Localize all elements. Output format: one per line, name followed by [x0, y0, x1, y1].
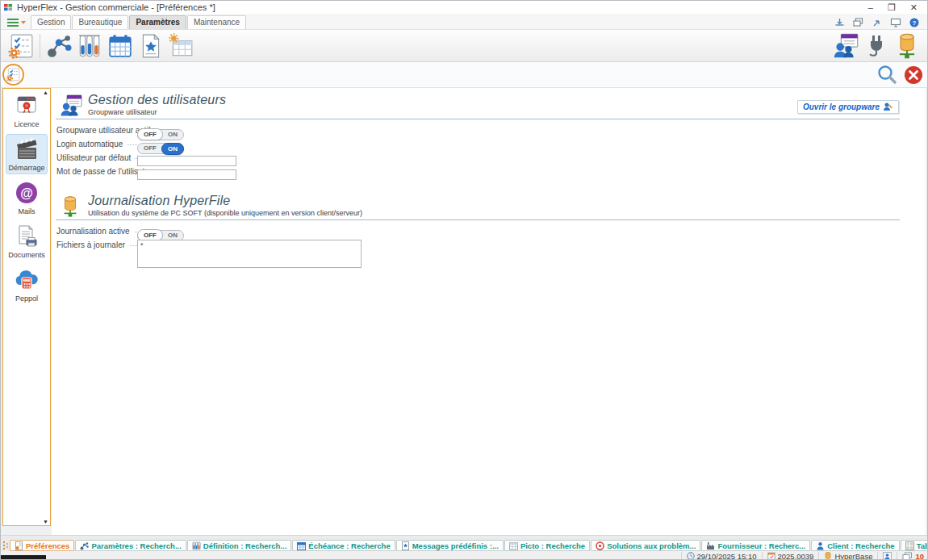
sidebar-item-peppol[interactable]: Peppol: [6, 265, 48, 305]
default-user-input[interactable]: [137, 156, 236, 166]
help-icon[interactable]: ?: [909, 18, 919, 27]
minimize-button[interactable]: –: [868, 2, 873, 13]
hyperfile-database-button[interactable]: [892, 31, 922, 61]
users-fields: Groupware utilisateur actif OFF ON Login…: [56, 124, 926, 179]
picto-table-button[interactable]: [166, 31, 197, 61]
star-doc-mini-icon: [401, 541, 410, 550]
status-bar: 29/10/2025 15:10 2025.0039 HyperBase 10: [1, 551, 927, 560]
person-mini-icon: [816, 541, 825, 550]
taskbar-tab-picto[interactable]: Picto : Recherche: [504, 540, 590, 551]
field-label: Fichiers à journaler: [56, 240, 129, 249]
version-calendar-icon: [767, 552, 775, 560]
tab-maintenance[interactable]: Maintenance: [187, 15, 246, 29]
sidebar-item-label: Peppol: [6, 295, 47, 303]
preferences-sidebar: ▲ Licence Démarrage @ Mails: [2, 88, 51, 526]
taskbar-grip-icon[interactable]: [2, 540, 9, 550]
field-groupware-active: Groupware utilisateur actif OFF ON: [56, 124, 926, 138]
document-printer-icon: [6, 224, 47, 249]
taskbar-tab-solutions[interactable]: Solutions aux problèm...: [591, 540, 700, 551]
status-version: 2025.0039: [767, 552, 814, 560]
database-network-icon: [893, 32, 921, 60]
menu-bar: Gestion Bureautique Paramètres Maintenan…: [1, 14, 927, 29]
monitor-icon[interactable]: [890, 18, 901, 27]
preferences-button[interactable]: [6, 31, 36, 61]
open-groupware-label: Ouvrir le groupware: [803, 102, 880, 111]
status-window-count[interactable]: 10: [902, 552, 924, 560]
hamburger-icon: [7, 19, 19, 27]
molecule-icon: [46, 33, 72, 59]
taskbar-tab-client[interactable]: Client : Recherche: [811, 540, 899, 551]
sidebar-item-documents[interactable]: Documents: [6, 221, 48, 261]
field-journal-active: Journalisation active OFF ON: [56, 225, 926, 239]
hamburger-menu-button[interactable]: [1, 19, 31, 29]
toggle-on-option[interactable]: ON: [162, 231, 183, 240]
field-label: Login automatique: [56, 140, 127, 148]
section-divider: [56, 119, 900, 119]
taskbar-tab-parametres[interactable]: Paramètres : Recherch...: [75, 540, 186, 551]
journal-files-textarea[interactable]: *: [137, 240, 362, 268]
cascade-windows-icon[interactable]: [853, 18, 863, 27]
status-database: HyperBase: [824, 552, 872, 560]
taskbar-tab-echeance[interactable]: Échéance : Recherche: [292, 540, 395, 551]
os-taskbar-strip: [1, 555, 46, 560]
import-icon[interactable]: [834, 18, 845, 27]
sidebar-scroll-up[interactable]: ▲: [43, 90, 48, 95]
toggle-on-option[interactable]: ON: [162, 130, 183, 140]
sidebar-scroll-down[interactable]: ▼: [43, 519, 48, 524]
restore-button[interactable]: ❐: [888, 2, 896, 13]
main-toolbar: [1, 29, 927, 62]
close-button[interactable]: ✕: [910, 2, 918, 13]
taskbar-tab-preferences[interactable]: Préférences: [10, 540, 74, 551]
pointer-up-icon[interactable]: [872, 18, 882, 27]
groupware-users-button[interactable]: [830, 31, 861, 61]
groupware-users-icon: [832, 32, 859, 60]
preferences-mini-icon: [15, 541, 23, 550]
tab-bureautique[interactable]: Bureautique: [72, 15, 128, 29]
open-groupware-button[interactable]: Ouvrir le groupware: [797, 100, 899, 114]
section-users-header: Gestion des utilisateurs Groupware utili…: [56, 93, 926, 116]
user-icon: [883, 552, 892, 560]
echeance-calendar-button[interactable]: [105, 31, 136, 61]
sidebar-item-demarrage[interactable]: Démarrage: [6, 134, 48, 174]
document-star-icon: [138, 33, 164, 59]
field-user-password: Mot de passe de l'utilisateur: [56, 165, 926, 179]
taskbar-tab-dashboard[interactable]: Tableau de bord: [901, 540, 928, 551]
predefined-messages-button[interactable]: [136, 31, 166, 61]
user-password-input[interactable]: [137, 169, 236, 180]
title-bar: HyperFlex - Gestion commerciale - [Préfé…: [1, 1, 927, 14]
calendar-icon: [107, 33, 134, 59]
connections-button[interactable]: [861, 31, 892, 61]
ribbon-tabs: Gestion Bureautique Paramètres Maintenan…: [31, 14, 247, 29]
taskbar-tab-definition[interactable]: Définition : Recherch...: [187, 540, 291, 551]
field-login-auto: Login automatique OFF ON: [56, 138, 926, 152]
journal-fields: Journalisation active OFF ON Fichiers à …: [56, 225, 926, 270]
clapperboard-icon: [6, 137, 47, 161]
molecule-mini-icon: [80, 541, 89, 550]
at-sign-icon: @: [6, 181, 47, 205]
field-label: Utilisateur par défaut: [56, 153, 135, 162]
sidebar-item-mails[interactable]: @ Mails: [6, 178, 48, 218]
licence-certificate-icon: [6, 95, 47, 118]
search-input-area[interactable]: [24, 62, 876, 87]
taskbar-tab-fournisseur[interactable]: Fournisseur : Recherc...: [701, 540, 810, 551]
app-logo-icon: [4, 3, 13, 12]
taskbar-tab-messages[interactable]: Messages prédéfinis :...: [396, 540, 504, 551]
testtubes-mini-icon: [192, 541, 201, 550]
sidebar-item-licence[interactable]: Licence: [6, 92, 48, 131]
section-journal-header: Journalisation HyperFile Utilisation du …: [56, 194, 926, 217]
close-panel-icon[interactable]: [904, 65, 923, 85]
tab-parametres[interactable]: Paramètres: [129, 15, 186, 29]
definitions-button[interactable]: [74, 31, 105, 61]
field-label: Journalisation active: [56, 227, 134, 236]
window-title: HyperFlex - Gestion commerciale - [Préfé…: [17, 2, 215, 12]
tab-gestion[interactable]: Gestion: [31, 15, 71, 29]
sidebar-item-label: Mails: [6, 207, 47, 215]
calendar-mini-icon: [297, 541, 306, 550]
status-user-icon[interactable]: [883, 552, 892, 560]
dashboard-mini-icon: [905, 541, 914, 550]
table-sun-icon: [168, 33, 195, 59]
parameters-button[interactable]: [44, 31, 74, 61]
search-icon[interactable]: [876, 65, 897, 86]
svg-text:@: @: [20, 186, 33, 200]
cloud-peppol-icon: [6, 268, 47, 292]
